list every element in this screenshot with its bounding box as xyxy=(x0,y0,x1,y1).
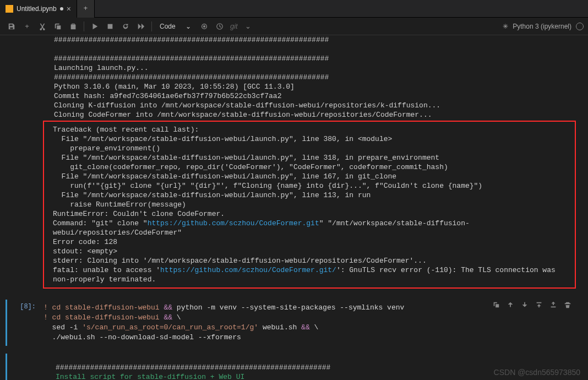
toolbar: + Code ⌄ git ⌄ ✳ Python 3 (ipykernel) xyxy=(0,18,588,35)
git-button[interactable]: git xyxy=(228,20,240,33)
code-cell[interactable]: [8]: ! cd stable-diffusion-webui && pyth… xyxy=(6,300,581,346)
kernel-name[interactable]: Python 3 (ipykernel) xyxy=(513,23,571,30)
separator xyxy=(84,21,84,31)
tensorboard-button[interactable] xyxy=(197,20,211,33)
cell-type-label: Code xyxy=(160,23,176,30)
insert-cell-button[interactable]: + xyxy=(20,20,34,33)
move-down-button[interactable] xyxy=(518,298,532,311)
output-text: ########################################… xyxy=(6,35,581,120)
link-codeformer-url2: https://github.com/sczhou/CodeFormer.git… xyxy=(160,266,336,274)
cut-button[interactable] xyxy=(35,20,50,33)
git-chevron-icon[interactable]: ⌄ xyxy=(241,20,255,33)
tab-label: Untitled.ipynb xyxy=(17,5,57,13)
kernel-status-icon[interactable] xyxy=(576,23,584,30)
copy-button[interactable] xyxy=(51,20,65,33)
run-all-button[interactable] xyxy=(134,20,148,33)
cell-prompt: [8]: xyxy=(7,300,40,346)
tab-notebook[interactable]: Untitled.ipynb × xyxy=(0,0,77,18)
tab-add-button[interactable]: + xyxy=(77,0,95,18)
paste-button[interactable] xyxy=(66,20,80,33)
tabs-bar: Untitled.ipynb × + xyxy=(0,0,588,18)
tab-close-icon[interactable]: × xyxy=(67,5,71,13)
save-button[interactable] xyxy=(4,20,19,33)
bug-icon[interactable]: ✳ xyxy=(503,23,508,30)
delete-button[interactable] xyxy=(560,298,575,311)
watermark: CSDN @csdn565973850 xyxy=(494,368,580,377)
link-codeformer-url: https://github.com/sczhou/CodeFormer.git xyxy=(148,219,319,227)
modified-dot-icon xyxy=(60,7,63,10)
run-button[interactable] xyxy=(88,20,102,33)
insert-above-button[interactable] xyxy=(532,298,546,311)
clock-button[interactable] xyxy=(213,20,227,33)
separator xyxy=(151,21,152,31)
chevron-down-icon: ⌄ xyxy=(186,23,191,30)
notebook-icon xyxy=(6,5,13,13)
cell-type-dropdown[interactable]: Code ⌄ xyxy=(155,20,196,33)
insert-below-button[interactable] xyxy=(546,298,560,311)
error-output: Traceback (most recent call last): File … xyxy=(43,121,576,289)
restart-button[interactable] xyxy=(118,20,133,33)
stop-button[interactable] xyxy=(103,20,117,33)
cell-toolbar xyxy=(489,298,575,311)
duplicate-button[interactable] xyxy=(489,298,503,311)
move-up-button[interactable] xyxy=(503,298,518,311)
notebook-content[interactable]: ########################################… xyxy=(0,35,588,380)
